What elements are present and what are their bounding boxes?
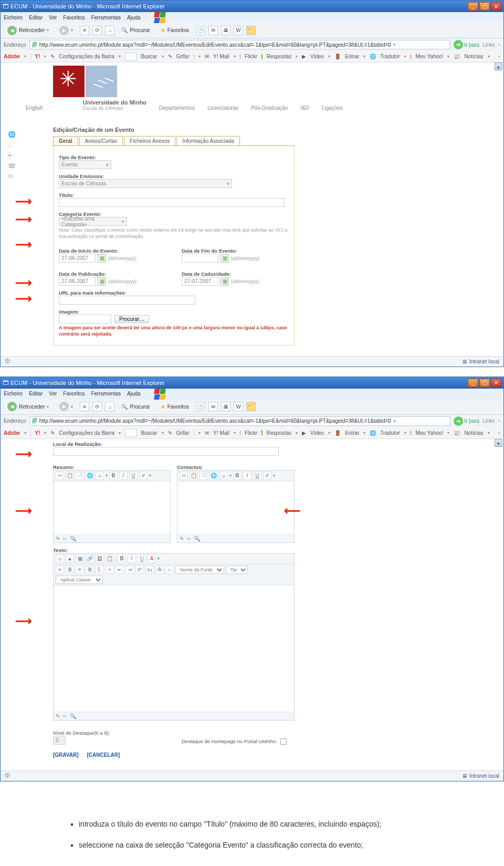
resumo-editor[interactable]: ✂ 📋 📄 🌐 ☺ ▾ B I U ✐ ▾ [53,470,171,543]
class-select[interactable]: Aplicar Classe CS [56,576,103,584]
html-icon[interactable]: ‹› [63,536,67,541]
folder-button[interactable]: 📁 [246,26,256,35]
stop-button[interactable]: ✕ [80,26,89,35]
indent-icon[interactable]: ⇥ [125,566,134,574]
tipo-select[interactable]: Evento▾ [59,160,111,169]
maximize-button[interactable]: ▢ [479,2,490,11]
globe-icon[interactable]: 🌐 [8,131,16,138]
menu-favorites[interactable]: Favoritos [63,15,85,20]
yahoo-buscar[interactable]: Buscar [141,54,157,59]
nav-id[interactable]: I&D [300,105,309,111]
minimize-button[interactable]: _ [468,2,478,11]
back-button[interactable]: ◄Retroceder ▾ [4,24,52,37]
menu-edit[interactable]: Editar [29,15,43,20]
nivel-input[interactable]: 0 [53,736,66,745]
tab-geral[interactable]: Geral [53,136,78,145]
nav-posgrad[interactable]: Pós-Graduação [251,105,288,111]
align-left-icon[interactable]: ≡ [56,566,64,574]
texto-editor[interactable]: ☺▲▦🔗🖼📋 BIUA▾ ≡≣≡≣ 1.• ⇤⇥ x²x₂ ·A·⍝ Nome … [53,553,295,721]
outdent-icon[interactable]: ⇤ [116,566,124,574]
procurar-button[interactable]: Procurar… [114,315,149,323]
calendar-icon[interactable]: ▦ [98,254,106,263]
yahoo-search-input[interactable] [125,53,136,61]
design-icon[interactable]: ✎ [56,536,60,541]
nav-licenciaturas[interactable]: Licenciaturas [207,105,238,111]
back-button[interactable]: ◄Retroceder ▾ [4,400,52,413]
preview-icon[interactable]: 🔍 [70,536,76,541]
destaque-checkbox[interactable] [280,738,287,745]
address-input[interactable]: 🗐 http://www.ecum.uminho.pt/Module.aspx?… [29,416,450,426]
underline-icon[interactable]: U [129,472,138,480]
nav-departamentos[interactable]: Departamentos [159,105,195,111]
home-icon[interactable]: ⌂ [8,141,16,149]
tab-ficheiros[interactable]: Ficheiros Anexos [124,136,175,145]
data-cad-label: Data de Caducidade: [182,271,289,277]
print-icon[interactable]: ☎ [8,162,16,170]
list-num-icon[interactable]: 1. [96,566,104,574]
font-select[interactable]: Nome da Fonte [175,566,224,574]
search-button[interactable]: 🔍Procurar [118,26,153,35]
meuyahoo-icon [411,54,412,59]
url-input[interactable] [59,296,195,305]
sitemap-icon[interactable]: ┿ [8,152,16,159]
close-button[interactable]: ✕ [491,2,501,11]
italic-icon[interactable]: I [119,472,128,480]
home-button[interactable]: ⌂ [105,26,114,35]
yahoo-logo-icon[interactable]: Y! [35,54,40,59]
refresh-button[interactable]: ⟳ [92,26,102,35]
maximize-button[interactable]: ▢ [479,379,490,387]
titulo-input[interactable] [59,198,285,207]
mail-button[interactable]: ✉ [208,26,218,35]
brush-icon[interactable]: ✐ [139,472,148,480]
align-right-icon[interactable]: ≡ [76,566,84,574]
calendar-icon[interactable]: ▦ [98,277,106,286]
paste-icon[interactable]: 📄 [76,472,84,480]
go-button[interactable]: ➜Ir para [454,40,479,49]
gravar-link[interactable]: [GRAVAR] [53,752,79,758]
bold-icon[interactable]: B [109,472,118,480]
history-button[interactable]: 🕑 [196,26,205,35]
tab-avisos[interactable]: Avisos/Curtas [79,136,123,145]
align-center-icon[interactable]: ≣ [66,566,74,574]
scroll-up-button[interactable]: ▴ [495,62,502,70]
nav-ligacoes[interactable]: Ligações [322,105,343,111]
adobe-label[interactable]: Adobe [4,54,20,59]
imagem-input[interactable] [59,315,111,324]
minimize-button[interactable]: _ [468,379,478,387]
print-button[interactable]: 🖶 [221,26,230,35]
menu-help[interactable]: Ajuda [127,15,141,20]
close-button[interactable]: ✕ [491,379,501,387]
nivel-label: Nível de Destaque(0 a 9): [53,730,166,736]
local-input[interactable] [53,447,279,456]
copy-icon[interactable]: 📋 [66,472,74,480]
data-fim-input[interactable] [182,254,218,263]
size-select[interactable]: Tam [226,566,248,574]
list-bullet-icon[interactable]: • [106,566,114,574]
scroll-up-button[interactable]: ▴ [495,439,502,447]
cut-icon[interactable]: ✂ [56,472,64,480]
menu-tools[interactable]: Ferramentas [91,15,121,20]
contactos-editor[interactable]: ✂📋📄🌐☺▾ BIU✐▾ ✎‹›🔍 [177,470,295,543]
calendar-icon[interactable]: ▦ [220,277,229,286]
data-inicio-input[interactable]: 27-06-2007 [59,254,96,263]
word-button[interactable]: W [234,26,243,35]
english-link[interactable]: English [26,105,43,111]
forward-button[interactable]: ►▾ [56,24,77,37]
data-cad-input[interactable]: 27-07-2007 [182,277,218,286]
links-label[interactable]: Links [482,42,495,48]
categoria-select[interactable]: «Escolha uma Categoria»▾ [59,217,127,226]
smiley-icon[interactable]: ☺ [96,472,104,480]
menu-file[interactable]: Eicheiro [4,15,23,20]
tab-informacao[interactable]: Informação Associada [176,136,239,145]
forward-button[interactable]: ►▾ [56,400,77,413]
favorites-button[interactable]: ★Favoritos [157,26,193,35]
mail2-icon[interactable]: ✉ [8,173,16,180]
cancelar-link[interactable]: [CANCELAR] [87,752,120,758]
address-input[interactable]: 🗐 http://www.ecum.uminho.pt/Module.aspx?… [29,40,450,49]
calendar-icon[interactable]: ▦ [220,254,229,263]
unidade-select[interactable]: Escola de Ciências▾ [59,179,232,188]
menu-view[interactable]: Ver [49,15,57,20]
globe-icon[interactable]: 🌐 [86,472,94,480]
data-pub-input[interactable]: 27-06-2007 [59,277,96,286]
justify-icon[interactable]: ≣ [86,566,94,574]
